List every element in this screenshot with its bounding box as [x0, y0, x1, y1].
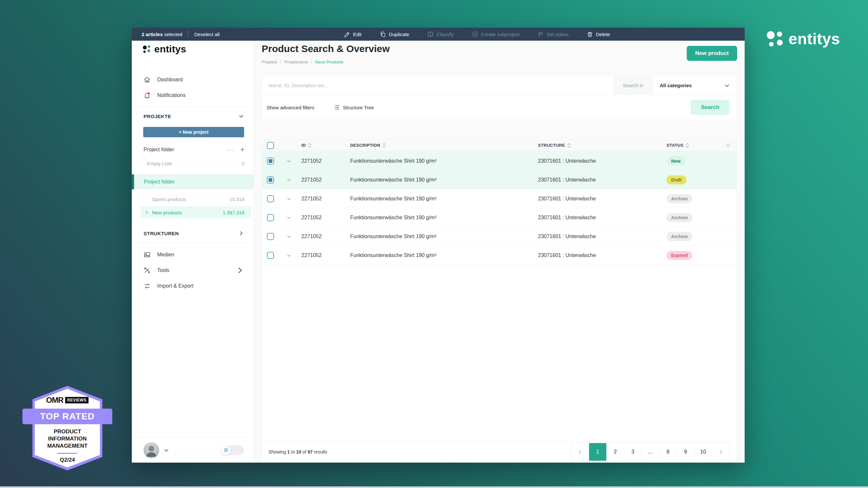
trash-icon [587, 31, 593, 37]
selected-count-suffix: selected [163, 32, 182, 37]
structure-tree-button[interactable]: Structure Tree [334, 104, 374, 110]
projekte-section-header[interactable]: PROJEKTE [132, 107, 253, 126]
pagination-prev-button[interactable] [571, 443, 589, 461]
cell-structure: 23071601 : Unterwäsche [538, 196, 596, 202]
create-subproject-label: Create subproject [481, 32, 520, 37]
breadcrumb-projekte[interactable]: Projekte [262, 60, 277, 64]
table-row[interactable]: 2271052 Funktionsunterwäsche Shirt 190 g… [262, 152, 737, 170]
sort-icon[interactable] [686, 143, 689, 148]
create-subproject-button[interactable]: Create subproject [472, 31, 520, 37]
row-checkbox[interactable] [267, 158, 274, 165]
summary-text: to [290, 449, 296, 455]
chevron-down-icon[interactable] [287, 177, 291, 182]
breadcrumb-projektname[interactable]: Projektname [284, 60, 308, 64]
select-all-checkbox[interactable] [267, 142, 274, 149]
pagination-page-3[interactable]: 3 [624, 443, 642, 461]
sidebar-item-dashboard[interactable]: Dashboard [132, 72, 253, 88]
duplicate-label: Duplicate [389, 32, 409, 37]
strukturen-section-header[interactable]: STRUKTUREN [132, 224, 253, 243]
edit-button[interactable]: Edit [344, 31, 362, 37]
pagination-page-1[interactable]: 1 [589, 443, 606, 461]
row-checkbox[interactable] [267, 176, 274, 184]
list-item-empty-liste[interactable]: Empty Liste 0 [132, 157, 253, 170]
file-plus-icon [472, 31, 478, 37]
search-options-row: Show advanced filters Structure Tree Sea… [262, 95, 737, 120]
add-icon[interactable]: + [240, 145, 244, 154]
chevron-right-icon [239, 231, 244, 236]
row-checkbox[interactable] [267, 195, 274, 202]
cell-id: 2271052 [301, 177, 321, 183]
chevron-down-icon[interactable] [287, 215, 291, 220]
column-header-structure[interactable]: STRUCTURE [538, 143, 565, 148]
new-project-button[interactable]: + New project [143, 127, 244, 137]
row-checkbox[interactable] [267, 252, 274, 259]
sort-icon[interactable] [567, 143, 570, 148]
list-item-sports-products[interactable]: Sports products 15.318 [132, 193, 253, 206]
column-header-id[interactable]: ID [301, 143, 306, 148]
delete-button[interactable]: Delete [587, 31, 610, 37]
results-summary: Showing 1 to 10 of 97 results [269, 449, 328, 455]
pagination-page-8[interactable]: 8 [659, 443, 677, 461]
table-row[interactable]: 2271052 Funktionsunterwäsche Shirt 190 g… [262, 208, 737, 227]
new-products-label: New products [152, 210, 182, 215]
sort-icon[interactable] [382, 143, 386, 148]
column-header-description[interactable]: DESCRIPTION [350, 143, 380, 148]
chevron-down-icon[interactable] [287, 196, 291, 201]
project-folder-1[interactable]: Project folder ··· + [132, 142, 253, 157]
list-item-new-products-active[interactable]: New products 1.397.318 [141, 206, 251, 219]
column-header-status[interactable]: STATUS [666, 143, 683, 148]
deselect-all-button[interactable]: Deselect all [194, 32, 220, 37]
cell-structure: 23071601 : Unterwäsche [538, 158, 596, 164]
sidebar-footer [132, 437, 253, 463]
dashboard-label: Dashboard [157, 77, 183, 83]
chevron-down-icon[interactable] [287, 159, 291, 163]
pagination-ellipsis[interactable]: ... [642, 443, 659, 461]
sidebar-item-import-export[interactable]: Import & Export [132, 278, 253, 294]
omr-reviews-logo: OMR REVIEWS [25, 396, 110, 405]
chevron-down-icon[interactable] [287, 253, 291, 258]
pagination-page-9[interactable]: 9 [677, 443, 694, 461]
medien-label: Medien [157, 252, 174, 258]
pagination-page-10[interactable]: 10 [694, 443, 712, 461]
chevron-down-icon[interactable] [164, 448, 169, 453]
top-rated-label: TOP RATED [40, 411, 95, 422]
classify-label: Classify [436, 32, 454, 37]
show-advanced-filters-link[interactable]: Show advanced filters [267, 105, 314, 110]
sidebar-item-medien[interactable]: Medien [132, 247, 253, 263]
bulk-actions: Edit Duplicate Classify Create subprojec… [344, 28, 610, 41]
cell-id: 2271052 [301, 215, 321, 221]
user-avatar[interactable] [144, 443, 159, 458]
sidebar-item-notifications[interactable]: Notifications [132, 88, 253, 103]
chevron-down-icon[interactable] [287, 234, 291, 239]
theme-toggle-thumb [221, 445, 231, 455]
sort-icon[interactable] [308, 143, 311, 148]
category-select[interactable]: All categories [652, 76, 737, 95]
status-badge: New [666, 157, 685, 166]
badge-line-1: PRODUCT [25, 428, 110, 435]
cell-id: 2271052 [301, 253, 321, 258]
row-checkbox[interactable] [267, 233, 274, 240]
gear-icon[interactable] [725, 142, 731, 148]
row-checkbox[interactable] [267, 214, 274, 221]
search-input[interactable] [262, 76, 614, 95]
duplicate-button[interactable]: Duplicate [380, 31, 409, 37]
table-row[interactable]: 2271052 Funktionsunterwäsche Shirt 190 g… [262, 170, 737, 189]
set-status-button[interactable]: Set status [538, 31, 568, 37]
new-product-button[interactable]: New product [687, 46, 737, 61]
table-row[interactable]: 2271052 Funktionsunterwäsche Shirt 190 g… [262, 227, 737, 246]
sidebar-item-tools[interactable]: Tools [132, 263, 253, 278]
status-badge: Draft [666, 175, 686, 185]
selection-toolbar: 2 articles selected Deselect all Edit Du… [132, 28, 745, 41]
theme-toggle[interactable] [221, 445, 244, 455]
pagination-next-button[interactable] [712, 443, 730, 461]
summary-text: results [312, 449, 327, 455]
table-row[interactable]: 2271052 Funktionsunterwäsche Shirt 190 g… [262, 189, 737, 208]
project-folder-2-selected[interactable]: Project folder [132, 174, 253, 189]
more-options-icon[interactable]: ··· [226, 146, 235, 154]
table-row[interactable]: 2271052 Funktionsunterwäsche Shirt 190 g… [262, 246, 737, 265]
notifications-label: Notifications [157, 92, 186, 98]
classify-button[interactable]: Classify [427, 31, 454, 37]
search-button[interactable]: Search [691, 100, 730, 115]
status-badge: Expired [666, 251, 692, 260]
pagination-page-2[interactable]: 2 [606, 443, 624, 461]
